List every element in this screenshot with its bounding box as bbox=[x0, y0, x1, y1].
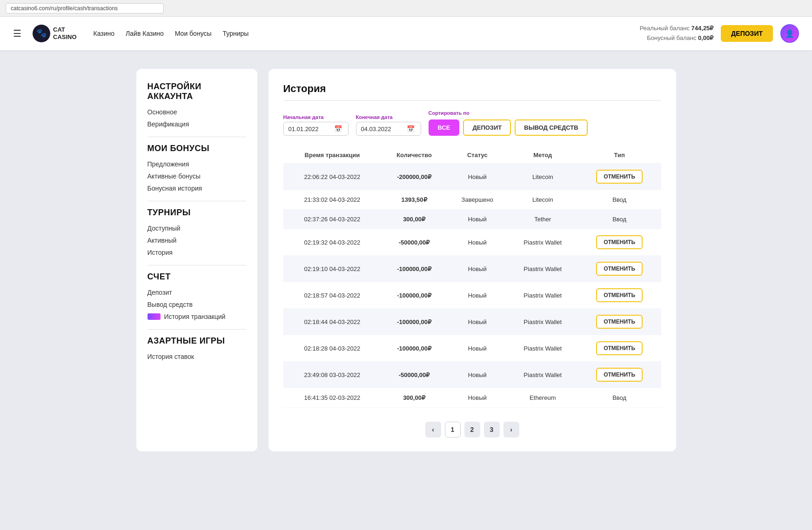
balance-info: Реальный баланс 744,25₽ Бонусный баланс … bbox=[640, 24, 714, 43]
filter-all-button[interactable]: ВСЕ bbox=[429, 119, 460, 136]
cancel-button[interactable]: ОТМЕНИТЬ bbox=[596, 341, 643, 355]
main-area: История Начальная дата 📅 Конечная дата 📅… bbox=[268, 69, 676, 451]
sidebar-item-withdraw[interactable]: Вывод средств bbox=[148, 298, 246, 311]
browser-url: catcasino6.com/ru/profile/cash/transacti… bbox=[6, 3, 164, 13]
transactions-table: Время транзакции Количество Статус Метод… bbox=[283, 147, 661, 408]
cell-time: 23:49:08 03-03-2022 bbox=[283, 362, 382, 388]
pagination-page-1[interactable]: 1 bbox=[445, 422, 461, 437]
sidebar-item-offers[interactable]: Предложения bbox=[148, 158, 246, 170]
logo-icon: 🐾 bbox=[33, 25, 50, 42]
nav: Казино Лайв Казино Мои бонусы Турниры bbox=[94, 30, 629, 37]
cancel-button[interactable]: ОТМЕНИТЬ bbox=[596, 288, 643, 302]
sidebar-section-tournaments: ТУРНИРЫ bbox=[148, 208, 246, 218]
cell-type: Ввод bbox=[578, 190, 661, 210]
cell-time: 16:41:35 02-03-2022 bbox=[283, 388, 382, 408]
cell-amount: -50000,00₽ bbox=[381, 229, 447, 256]
cell-status: Новый bbox=[447, 256, 508, 282]
cell-type[interactable]: ОТМЕНИТЬ bbox=[578, 256, 661, 282]
nav-live-casino[interactable]: Лайв Казино bbox=[126, 30, 164, 37]
sidebar-item-active-bonuses[interactable]: Активные бонусы bbox=[148, 170, 246, 182]
real-balance-label: Реальный баланс bbox=[640, 25, 690, 32]
start-date-input-wrap[interactable]: 📅 bbox=[283, 122, 349, 136]
cell-type[interactable]: ОТМЕНИТЬ bbox=[578, 335, 661, 362]
table-row: 21:33:02 04-03-20221393,50₽ЗавершеноLite… bbox=[283, 190, 661, 210]
cell-method: Litecoin bbox=[508, 190, 578, 210]
cell-amount: -100000,00₽ bbox=[381, 335, 447, 362]
end-date-input[interactable] bbox=[361, 126, 403, 132]
cancel-button[interactable]: ОТМЕНИТЬ bbox=[596, 235, 643, 249]
cell-status: Новый bbox=[447, 210, 508, 229]
end-date-group: Конечная дата 📅 bbox=[356, 114, 421, 136]
sidebar-item-verification[interactable]: Верификация bbox=[148, 118, 246, 130]
filter-withdraw-button[interactable]: ВЫВОД СРЕДСТВ bbox=[515, 119, 587, 136]
cell-amount: -100000,00₽ bbox=[381, 256, 447, 282]
cell-time: 22:06:22 04-03-2022 bbox=[283, 164, 382, 190]
logo[interactable]: 🐾 CAT CASINO bbox=[33, 25, 77, 42]
sort-group: Сортировать по ВСЕ ДЕПОЗИТ ВЫВОД СРЕДСТВ bbox=[429, 110, 588, 136]
cell-method: Piastrix Wallet bbox=[508, 335, 578, 362]
start-date-input[interactable] bbox=[289, 126, 330, 132]
sidebar-section-account-finance: СЧЕТ bbox=[148, 272, 246, 282]
table-row: 02:18:57 04-03-2022-100000,00₽НовыйPiast… bbox=[283, 282, 661, 309]
sidebar-item-basic[interactable]: Основное bbox=[148, 106, 246, 118]
sidebar-item-bets-history[interactable]: История ставок bbox=[148, 351, 246, 363]
sort-label: Сортировать по bbox=[429, 110, 588, 116]
cell-method: Piastrix Wallet bbox=[508, 282, 578, 309]
deposit-button[interactable]: ДЕПОЗИТ bbox=[721, 25, 773, 42]
sidebar-item-transactions[interactable]: История транзакций bbox=[148, 311, 246, 323]
cancel-button[interactable]: ОТМЕНИТЬ bbox=[596, 368, 643, 382]
table-row: 23:49:08 03-03-2022-50000,00₽НовыйPiastr… bbox=[283, 362, 661, 388]
cell-time: 02:18:57 04-03-2022 bbox=[283, 282, 382, 309]
cell-amount: 300,00₽ bbox=[381, 210, 447, 229]
cell-amount: -100000,00₽ bbox=[381, 282, 447, 309]
end-date-input-wrap[interactable]: 📅 bbox=[356, 122, 421, 136]
nav-bonuses[interactable]: Мои бонусы bbox=[175, 30, 212, 37]
pagination-next[interactable]: › bbox=[503, 422, 519, 437]
sidebar-item-history[interactable]: История bbox=[148, 246, 246, 258]
table-row: 02:19:10 04-03-2022-100000,00₽НовыйPiast… bbox=[283, 256, 661, 282]
col-type: Тип bbox=[578, 147, 661, 164]
sidebar-item-deposit[interactable]: Депозит bbox=[148, 286, 246, 298]
table-row: 02:37:26 04-03-2022300,00₽НовыйTetherВво… bbox=[283, 210, 661, 229]
cell-status: Новый bbox=[447, 164, 508, 190]
cancel-button[interactable]: ОТМЕНИТЬ bbox=[596, 262, 643, 276]
menu-icon[interactable]: ☰ bbox=[13, 28, 21, 39]
table-row: 22:06:22 04-03-2022-200000,00₽НовыйLitec… bbox=[283, 164, 661, 190]
cell-status: Завершено bbox=[447, 190, 508, 210]
col-method: Метод bbox=[508, 147, 578, 164]
pagination-page-3[interactable]: 3 bbox=[484, 422, 500, 437]
browser-bar: catcasino6.com/ru/profile/cash/transacti… bbox=[0, 0, 812, 17]
cell-method: Tether bbox=[508, 210, 578, 229]
cell-status: Новый bbox=[447, 362, 508, 388]
sidebar-item-active[interactable]: Активный bbox=[148, 234, 246, 246]
start-date-group: Начальная дата 📅 bbox=[283, 114, 349, 136]
pagination-prev[interactable]: ‹ bbox=[425, 422, 441, 437]
filter-deposit-button[interactable]: ДЕПОЗИТ bbox=[463, 119, 511, 136]
end-calendar-icon: 📅 bbox=[407, 125, 415, 132]
real-balance-value: 744,25₽ bbox=[691, 25, 714, 32]
sidebar-divider-4 bbox=[148, 329, 246, 330]
pagination-page-2[interactable]: 2 bbox=[464, 422, 480, 437]
col-status: Статус bbox=[447, 147, 508, 164]
cell-type[interactable]: ОТМЕНИТЬ bbox=[578, 282, 661, 309]
svg-text:🐾: 🐾 bbox=[36, 28, 47, 38]
cell-time: 02:37:26 04-03-2022 bbox=[283, 210, 382, 229]
cell-type[interactable]: ОТМЕНИТЬ bbox=[578, 229, 661, 256]
cancel-button[interactable]: ОТМЕНИТЬ bbox=[596, 315, 643, 329]
sidebar-item-bonus-history[interactable]: Бонусная история bbox=[148, 182, 246, 194]
cell-method: Ethereum bbox=[508, 388, 578, 408]
cell-time: 02:19:10 04-03-2022 bbox=[283, 256, 382, 282]
table-row: 02:18:44 04-03-2022-100000,00₽НовыйPiast… bbox=[283, 309, 661, 335]
sidebar-item-available[interactable]: Доступный bbox=[148, 222, 246, 234]
logo-text: CAT CASINO bbox=[53, 26, 77, 40]
cell-type[interactable]: ОТМЕНИТЬ bbox=[578, 362, 661, 388]
cell-type[interactable]: ОТМЕНИТЬ bbox=[578, 309, 661, 335]
cell-type[interactable]: ОТМЕНИТЬ bbox=[578, 164, 661, 190]
nav-tournaments[interactable]: Турниры bbox=[223, 30, 249, 37]
sidebar-section-account: НАСТРОЙКИ АККАУНТА bbox=[148, 82, 246, 101]
cancel-button[interactable]: ОТМЕНИТЬ bbox=[596, 170, 643, 184]
sidebar-section-bonuses: МОИ БОНУСЫ bbox=[148, 144, 246, 153]
nav-casino[interactable]: Казино bbox=[94, 30, 115, 37]
table-row: 16:41:35 02-03-2022300,00₽НовыйEthereumВ… bbox=[283, 388, 661, 408]
avatar[interactable]: 👤 bbox=[780, 24, 799, 43]
